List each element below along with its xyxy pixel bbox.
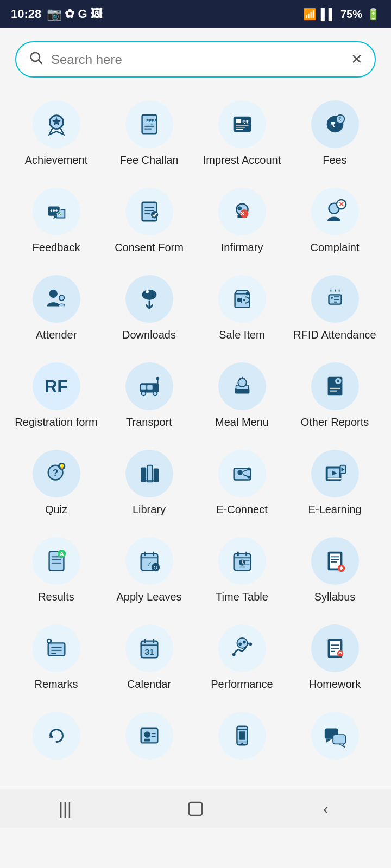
svg-rect-74 [141, 468, 146, 482]
svg-point-82 [247, 468, 250, 471]
library-label: Library [133, 503, 166, 516]
status-right: 📶 ▌▌ 75% 🔋 [303, 8, 380, 21]
results-icon: A [33, 537, 80, 585]
grid-item-other-reports[interactable]: Other Reports [289, 354, 380, 437]
grid-item-sale-item[interactable]: Sale Item [197, 266, 287, 349]
grid-item-infirmary[interactable]: ✕ Infirmary [197, 179, 287, 262]
search-container: ✕ [0, 28, 391, 86]
bottom-navigation: ||| ‹ [0, 789, 391, 828]
grid-item-mobile[interactable] [197, 703, 287, 773]
notification-icons: 📷 ✿ G 🖼 [47, 7, 102, 21]
complaint-label: Complaint [310, 241, 359, 254]
svg-point-57 [153, 392, 157, 396]
svg-point-36 [49, 290, 57, 298]
grid-item-achievement[interactable]: Achievement [11, 92, 102, 175]
grid-item-imprest-account[interactable]: ₹₹ Imprest Account [197, 92, 287, 175]
rfid-attendance-icon [311, 275, 359, 323]
complaint-icon: ✕ [311, 188, 359, 235]
svg-point-39 [146, 290, 149, 293]
grid-item-performance[interactable]: Performance [197, 616, 287, 699]
svg-point-46 [331, 297, 333, 299]
remarks-label: Remarks [34, 678, 78, 691]
transport-label: Transport [126, 416, 172, 429]
grid-item-id-card[interactable] [104, 703, 194, 773]
grid-item-consent-form[interactable]: Consent Form [104, 179, 194, 262]
grid-item-fees[interactable]: ₹ ₹ Fees [289, 92, 380, 175]
svg-point-44 [243, 299, 245, 301]
time-table-icon [218, 537, 266, 585]
consent-form-icon [125, 188, 173, 235]
svg-point-128 [232, 653, 235, 656]
attender-icon [33, 275, 80, 323]
quiz-icon: ? 💡 [33, 450, 80, 497]
transport-icon [125, 362, 173, 410]
grid-item-library[interactable]: Library [104, 441, 194, 524]
svg-line-1 [39, 60, 42, 63]
grid-item-complaint[interactable]: ✕ Complaint [289, 179, 380, 262]
infirmary-label: Infirmary [221, 241, 263, 254]
grid-item-results[interactable]: A Results [11, 528, 102, 611]
forward-nav-button[interactable]: ‹ [310, 793, 342, 825]
grid-item-e-learning[interactable]: E-Learning [289, 441, 380, 524]
grid-item-calendar[interactable]: 31 Calendar [104, 616, 194, 699]
e-learning-icon [311, 450, 359, 497]
search-input[interactable] [51, 52, 343, 67]
svg-text:A: A [59, 551, 64, 557]
chat-icon [311, 712, 359, 760]
svg-rect-152 [189, 802, 202, 815]
home-nav-button[interactable] [179, 793, 212, 825]
time: 10:28 [11, 7, 41, 21]
grid-item-apply-leaves[interactable]: ✓ ↻ Apply Leaves [104, 528, 194, 611]
svg-point-20 [50, 209, 52, 212]
grid-item-sync[interactable] [11, 703, 102, 773]
svg-point-38 [142, 290, 156, 300]
syllabus-icon [311, 537, 359, 585]
homework-icon [311, 624, 359, 672]
grid-item-registration-form[interactable]: RFRegistration form [11, 354, 102, 437]
achievement-icon [33, 100, 80, 148]
svg-text:💡: 💡 [58, 464, 65, 470]
svg-point-62 [238, 379, 246, 387]
imprest-account-label: Imprest Account [203, 154, 281, 167]
sale-item-icon [218, 275, 266, 323]
svg-point-132 [238, 642, 242, 646]
svg-point-141 [144, 731, 150, 738]
registration-form-label: Registration form [15, 416, 97, 429]
grid-item-meal-menu[interactable]: Meal Menu [197, 354, 287, 437]
grid-item-homework[interactable]: Homework [289, 616, 380, 699]
grid-item-chat[interactable] [289, 703, 380, 773]
e-connect-label: E-Connect [216, 503, 268, 516]
svg-point-22 [55, 209, 58, 212]
svg-rect-10 [236, 119, 241, 123]
rfid-attendance-label: RFID Attendance [293, 328, 376, 342]
battery-icon: 🔋 [367, 8, 380, 21]
svg-point-42 [237, 298, 241, 302]
svg-rect-151 [333, 735, 345, 744]
calendar-icon: 31 [125, 624, 173, 672]
feedback-label: Feedback [33, 241, 80, 254]
meal-menu-icon [218, 362, 266, 410]
time-table-label: Time Table [216, 590, 268, 604]
grid-item-remarks[interactable]: Remarks [11, 616, 102, 699]
grid-item-feedback[interactable]: Feedback [11, 179, 102, 262]
back-nav-button[interactable]: ||| [49, 793, 81, 825]
svg-point-0 [31, 53, 40, 61]
grid-item-rfid-attendance[interactable]: RFID Attendance [289, 266, 380, 349]
svg-rect-54 [141, 385, 146, 390]
svg-point-131 [242, 641, 245, 644]
grid-item-transport[interactable]: Transport [104, 354, 194, 437]
grid-item-fee-challan[interactable]: FEES ₹ Fee Challan [104, 92, 194, 175]
svg-text:✓: ✓ [147, 561, 152, 567]
sync-icon [33, 712, 80, 760]
grid-item-quiz[interactable]: ? 💡 Quiz [11, 441, 102, 524]
fees-label: Fees [323, 154, 346, 167]
grid-item-attender[interactable]: Attender [11, 266, 102, 349]
grid-item-e-connect[interactable]: E-Connect [197, 441, 287, 524]
library-icon [125, 450, 173, 497]
grid-item-time-table[interactable]: Time Table [197, 528, 287, 611]
svg-point-56 [141, 392, 146, 396]
grid-item-downloads[interactable]: Downloads [104, 266, 194, 349]
grid-item-syllabus[interactable]: Syllabus [289, 528, 380, 611]
search-clear-button[interactable]: ✕ [351, 51, 363, 68]
imprest-account-icon: ₹₹ [218, 100, 266, 148]
